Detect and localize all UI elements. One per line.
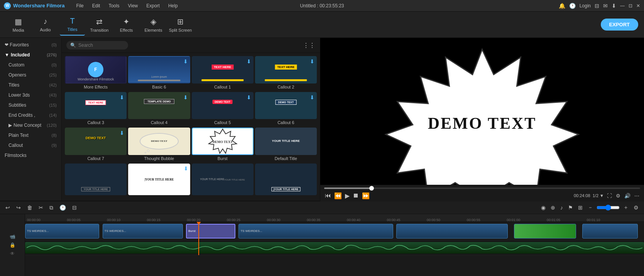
sidebar-item-callout[interactable]: Callout (9): [0, 140, 61, 150]
video-clip-1[interactable]: TS WEIRDES...: [25, 224, 99, 239]
search-input[interactable]: [78, 43, 125, 48]
menu-edit[interactable]: Edit: [88, 2, 104, 9]
eye-icon[interactable]: 👁: [10, 251, 15, 256]
volume-button[interactable]: 🔊: [624, 192, 631, 199]
callout1-item[interactable]: ⬇ TEXT HERE Callout 1: [192, 56, 254, 90]
audio-track-button[interactable]: ♪: [559, 204, 565, 211]
history-button[interactable]: 🕐: [58, 204, 68, 211]
timeline-settings-button[interactable]: ⚙: [632, 204, 640, 211]
callout3-item[interactable]: ⬇ TEXT HERE Callout 3: [65, 92, 127, 126]
sidebar-item-newconcept[interactable]: ▶ New Concept (120): [0, 120, 61, 130]
next-frame-button[interactable]: ⏩: [361, 191, 370, 200]
row4b-item[interactable]: |YOUR TITLE HERE ⬇: [128, 164, 190, 198]
email-icon[interactable]: ✉: [603, 3, 608, 9]
row4b-download-icon[interactable]: ⬇: [184, 165, 188, 172]
login-button[interactable]: Login: [580, 3, 591, 9]
minimize-button[interactable]: —: [620, 3, 625, 9]
stabilize-button[interactable]: ⊕: [549, 204, 557, 211]
row4d-item[interactable]: |YOUR TITLE HERE: [255, 164, 317, 198]
delete-button[interactable]: 🗑: [25, 204, 34, 211]
undo-button[interactable]: ↩: [4, 204, 12, 211]
grid-toggle-icon[interactable]: ⋮⋮: [303, 42, 315, 49]
menu-file[interactable]: File: [72, 2, 87, 9]
callout4-item[interactable]: ⬇ TEMPLATE DEMO Callout 4: [128, 92, 190, 126]
tool-effects[interactable]: ✦ Effects: [114, 14, 139, 36]
callout5-download-icon[interactable]: ⬇: [247, 94, 251, 101]
row4a-item[interactable]: YOUR TITLE HERE: [65, 164, 127, 198]
callout3-download-icon[interactable]: ⬇: [120, 94, 124, 101]
thought-bubble-item[interactable]: DEMO TEXT Thought Bubble: [128, 128, 190, 162]
snap-button[interactable]: ⊞: [576, 204, 584, 211]
copy-button[interactable]: ⧉: [48, 204, 55, 212]
cut-button[interactable]: ✂: [37, 204, 45, 211]
sidebar-item-included[interactable]: ▼ Included (276): [0, 50, 61, 60]
redo-button[interactable]: ↪: [15, 204, 22, 211]
callout7-download-icon[interactable]: ⬇: [120, 130, 124, 136]
video-clip-2[interactable]: TS WEIRDES...: [103, 224, 183, 239]
lock-icon[interactable]: 🔒: [10, 242, 15, 248]
prev-frame-button[interactable]: ⏪: [333, 191, 343, 200]
callout5-item[interactable]: ⬇ DEMO TEXT Callout 5: [192, 92, 254, 126]
callout2-item[interactable]: ⬇ TEXT HERE Callout 2: [255, 56, 317, 90]
callout6-item[interactable]: ⬇ DEMO TEXT Callout 6: [255, 92, 317, 126]
tool-transition[interactable]: ⇄ Transition: [87, 14, 112, 36]
play-button[interactable]: ▶: [344, 191, 350, 200]
callout6-download-icon[interactable]: ⬇: [310, 94, 314, 101]
default-title-item[interactable]: YOUR TITLE HERE Default Title: [255, 128, 317, 162]
zoom-slider[interactable]: [597, 204, 620, 211]
tool-elements[interactable]: ◈ Elements: [141, 14, 166, 36]
settings-button[interactable]: ⚙: [615, 192, 621, 199]
download-icon[interactable]: ⬇: [612, 3, 616, 9]
video-track-icon[interactable]: 📹: [10, 234, 15, 239]
search-box[interactable]: 🔍: [66, 41, 128, 49]
tool-media[interactable]: ▦ Media: [6, 14, 31, 36]
video-clip-4[interactable]: [396, 224, 508, 239]
basic6-download-icon[interactable]: ⬇: [183, 58, 188, 65]
sidebar-item-endcredits[interactable]: End Credits , (14): [0, 110, 61, 120]
fullscreen-button[interactable]: ⛶: [606, 192, 613, 199]
progress-thumb[interactable]: [369, 186, 374, 191]
tool-titles[interactable]: T Titles: [60, 14, 85, 36]
notification-icon[interactable]: 🔔: [559, 3, 565, 9]
video-clip-6[interactable]: [582, 224, 638, 239]
row4c-item[interactable]: YOUR TITLE HERE YOUR TITLE HERE: [192, 164, 254, 198]
sidebar-item-lower3ds[interactable]: Lower 3ds (43): [0, 90, 61, 100]
video-clip-5[interactable]: [514, 224, 576, 239]
callout1-download-icon[interactable]: ⬇: [247, 58, 251, 65]
sidebar-item-plaintext[interactable]: Plain Text (8): [0, 130, 61, 140]
sidebar-item-favorites[interactable]: ❤ Favorites (0): [0, 40, 61, 50]
stop-button[interactable]: ⏹: [352, 191, 360, 200]
adjust-button[interactable]: ⊟: [71, 204, 78, 211]
video-clip-3[interactable]: TS WEIRDES...: [238, 224, 393, 239]
callout2-download-icon[interactable]: ⬇: [310, 58, 314, 65]
close-button[interactable]: ✕: [636, 3, 640, 9]
tool-audio[interactable]: ♪ Audio: [33, 14, 58, 36]
zoom-in-button[interactable]: ＋: [622, 203, 630, 212]
menu-view[interactable]: View: [124, 2, 142, 9]
audio-clip-1[interactable]: [25, 242, 644, 254]
sidebar-item-subtitles[interactable]: Subtitles (15): [0, 100, 61, 110]
more-effects-item[interactable]: F Wondershare Filmstock More Effects: [65, 56, 127, 90]
basic6-item[interactable]: ⬇ Lorem ipsum Basic 6: [128, 56, 190, 90]
menu-help[interactable]: Help: [164, 2, 182, 9]
sidebar-item-filmstocks[interactable]: Filmstocks: [0, 150, 61, 160]
progress-bar[interactable]: [324, 187, 640, 189]
menu-export[interactable]: Export: [142, 2, 164, 9]
skip-back-button[interactable]: ⏮: [324, 191, 332, 200]
tool-splitscreen[interactable]: ⊞ Split Screen: [168, 14, 193, 36]
marker-button[interactable]: ⚑: [566, 204, 575, 211]
burst-clip[interactable]: Burst: [186, 224, 235, 239]
sidebar-item-custom[interactable]: Custom (0): [0, 60, 61, 70]
sync-icon[interactable]: ⊟: [595, 3, 599, 9]
callout4-download-icon[interactable]: ⬇: [183, 94, 188, 101]
export-button[interactable]: EXPORT: [601, 19, 638, 31]
clock-icon[interactable]: 🕐: [569, 3, 576, 9]
more-options-button[interactable]: ⋯: [634, 192, 640, 199]
sidebar-item-titles[interactable]: Titles (42): [0, 80, 61, 90]
callout7-item[interactable]: ⬇ DEMO TEXT Callout 7: [65, 128, 127, 162]
burst-item[interactable]: DEMO TEXT Burst: [192, 128, 254, 162]
zoom-out-button[interactable]: －: [586, 203, 595, 212]
menu-tools[interactable]: Tools: [105, 2, 123, 9]
maximize-button[interactable]: ⊡: [629, 3, 632, 9]
sidebar-item-openers[interactable]: Openers (25): [0, 70, 61, 80]
